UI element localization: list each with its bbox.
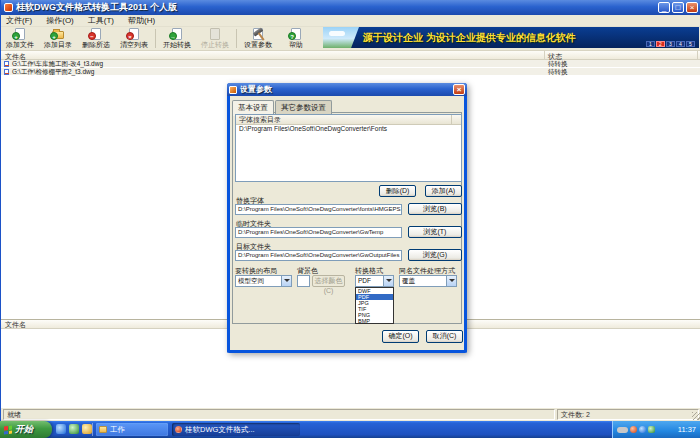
banner-page-5[interactable]: 5 xyxy=(686,41,695,47)
settings-dialog: 设置参数 × 基本设置 其它参数设置 字体搜索目录 D:\Program Fil… xyxy=(227,83,467,353)
layout-combobox[interactable]: 模型空间 xyxy=(235,275,292,287)
samename-combobox[interactable]: 覆盖 xyxy=(399,275,457,287)
dwg-file-icon xyxy=(4,61,9,67)
tray-icon[interactable] xyxy=(630,426,637,433)
clear-list-button[interactable]: × 清空列表 xyxy=(115,27,153,50)
add-file-button[interactable]: + 添加文件 xyxy=(1,27,39,50)
app-taskbar-icon xyxy=(175,426,182,433)
chevron-down-icon[interactable] xyxy=(383,276,393,286)
clock[interactable]: 11:37 xyxy=(678,425,700,434)
add-file-icon: + xyxy=(13,28,27,39)
add-directory-button[interactable]: + 添加目录 xyxy=(39,27,77,50)
format-combobox[interactable]: PDF xyxy=(355,275,394,287)
banner-slogan: 源于设计企业 为设计企业提供专业的信息化软件 xyxy=(363,31,693,45)
format-option-bmp[interactable]: BMP xyxy=(356,318,393,324)
dialog-title: 设置参数 xyxy=(240,84,272,95)
app-titlebar[interactable]: 桂软DWG文件格式转换工具2011 个人版 _ □ × xyxy=(1,0,700,15)
banner-page-2[interactable]: 2 xyxy=(656,41,665,47)
start-convert-icon: → xyxy=(170,28,184,39)
dialog-titlebar[interactable]: 设置参数 × xyxy=(227,83,467,96)
statusbar: 就绪 文件数: 2 xyxy=(1,408,700,421)
quick-launch-icon[interactable] xyxy=(69,424,79,434)
browse-font-button[interactable]: 浏览(B) xyxy=(408,203,462,215)
tab-other-settings[interactable]: 其它参数设置 xyxy=(275,100,332,115)
taskbar-item-work-folder[interactable]: 工作 xyxy=(96,423,168,436)
stop-convert-icon xyxy=(208,28,222,39)
app-title: 桂软DWG文件格式转换工具2011 个人版 xyxy=(16,1,177,14)
status-ready: 就绪 xyxy=(3,409,555,420)
quick-launch-icon[interactable] xyxy=(82,424,92,434)
banner-pager: 1 2 3 4 5 xyxy=(646,41,695,47)
menu-file[interactable]: 文件(F) xyxy=(6,15,32,26)
menu-operate[interactable]: 操作(O) xyxy=(46,15,74,26)
file-name: G:\工作\检修棚平面2_t3.dwg xyxy=(12,68,94,76)
tray-icon[interactable] xyxy=(617,427,628,433)
close-icon[interactable]: × xyxy=(686,2,698,13)
dwg-file-icon xyxy=(4,69,9,75)
chevron-down-icon[interactable] xyxy=(446,276,456,286)
dialog-icon xyxy=(229,86,237,94)
settings-hammer-icon xyxy=(251,28,265,39)
font-dir-list[interactable]: 字体搜索目录 D:\Program Files\OneSoft\OneDwgCo… xyxy=(235,114,462,182)
minimize-icon[interactable]: _ xyxy=(658,2,670,13)
ok-button[interactable]: 确定(O) xyxy=(382,330,419,343)
start-convert-button[interactable]: → 开始转换 xyxy=(158,27,196,50)
replace-font-field[interactable]: D:\Program Files\OneSoft\OneDwgConverter… xyxy=(235,204,402,215)
table-row[interactable]: G:\工作\车库施工图-改4_t3.dwg 待转换 xyxy=(1,60,700,68)
menubar: 文件(F) 操作(O) 工具(T) 帮助(H) xyxy=(1,15,700,27)
delete-dir-button[interactable]: 删除(D) xyxy=(379,185,416,197)
banner-page-4[interactable]: 4 xyxy=(676,41,685,47)
settings-button[interactable]: 设置参数 xyxy=(239,27,277,50)
taskbar: 开始 工作 桂软DWG文件格式... 11:37 xyxy=(0,421,700,438)
add-dir-button[interactable]: 添加(A) xyxy=(425,185,462,197)
font-dir-list-header: 字体搜索目录 xyxy=(236,115,461,125)
resize-grip[interactable] xyxy=(692,412,700,420)
help-button[interactable]: ? 帮助 xyxy=(277,27,315,50)
file-status: 待转换 xyxy=(548,68,568,76)
menu-help[interactable]: 帮助(H) xyxy=(128,15,155,26)
dialog-tabs: 基本设置 其它参数设置 xyxy=(232,99,333,115)
delete-selected-button[interactable]: − 删除所选 xyxy=(77,27,115,50)
chevron-down-icon[interactable] xyxy=(281,276,291,286)
app-icon xyxy=(4,3,13,12)
banner-page-3[interactable]: 3 xyxy=(666,41,675,47)
menu-tools[interactable]: 工具(T) xyxy=(88,15,114,26)
stop-convert-button: 停止转换 xyxy=(196,27,234,50)
status-filecount: 文件数: 2 xyxy=(557,409,699,420)
browse-temp-button[interactable]: 浏览(T) xyxy=(408,226,462,238)
dialog-close-icon[interactable]: × xyxy=(453,84,465,95)
file-name: G:\工作\车库施工图-改4_t3.dwg xyxy=(12,60,103,68)
start-button[interactable]: 开始 xyxy=(0,421,52,438)
desktop: 桂软DWG文件格式转换工具2011 个人版 _ □ × 文件(F) 操作(O) … xyxy=(0,0,700,438)
tray-icon[interactable] xyxy=(648,426,655,433)
delete-selected-icon: − xyxy=(89,28,103,39)
temp-folder-field[interactable]: D:\Program Files\OneSoft\OneDwgConverter… xyxy=(235,227,402,238)
bgcolor-swatch xyxy=(297,275,310,287)
format-dropdown-list: DWF PDF JPG TIF PNG BMP xyxy=(355,287,394,324)
add-directory-icon: + xyxy=(51,28,65,39)
banner-page-1[interactable]: 1 xyxy=(646,41,655,47)
clear-list-icon: × xyxy=(127,28,141,39)
toolbar-separator xyxy=(155,29,156,48)
taskbar-divider xyxy=(92,423,93,436)
windows-logo-icon xyxy=(4,425,12,434)
toolbar-separator xyxy=(236,29,237,48)
target-folder-field[interactable]: D:\Program Files\OneSoft\OneDwgConverter… xyxy=(235,250,402,261)
banner-sky-image xyxy=(323,27,359,48)
file-status: 待转换 xyxy=(548,60,568,68)
choose-color-button: 选择颜色(C) xyxy=(312,275,345,287)
ad-banner[interactable]: 源于设计企业 为设计企业提供专业的信息化软件 xyxy=(323,27,699,48)
system-tray: 11:37 xyxy=(612,421,700,438)
filelist-header: 文件名 状态 xyxy=(1,51,700,60)
browse-target-button[interactable]: 浏览(G) xyxy=(408,249,462,261)
maximize-icon[interactable]: □ xyxy=(672,2,684,13)
list-header-box xyxy=(451,115,461,124)
help-icon: ? xyxy=(289,28,303,39)
list-item[interactable]: D:\Program Files\OneSoft\OneDwgConverter… xyxy=(236,125,461,133)
folder-icon xyxy=(99,426,107,433)
quick-launch-icon[interactable] xyxy=(56,424,66,434)
table-row[interactable]: G:\工作\检修棚平面2_t3.dwg 待转换 xyxy=(1,68,700,76)
taskbar-item-dwg-app[interactable]: 桂软DWG文件格式... xyxy=(172,423,300,436)
cancel-button[interactable]: 取消(C) xyxy=(426,330,463,343)
tray-icon[interactable] xyxy=(639,426,646,433)
